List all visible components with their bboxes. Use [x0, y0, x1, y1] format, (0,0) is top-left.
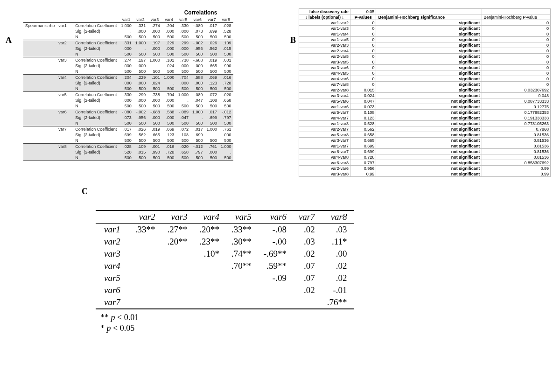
table-row: var2-var60.956not significant0.99 — [299, 166, 551, 171]
table-row: Sig. (2-tailed).528.015.990.728.658.797.… — [23, 149, 233, 155]
table-row: var3-var70.665not significant0.81536 — [299, 138, 551, 143]
table-row: N500500500500500500500500 — [23, 103, 233, 109]
apa-col: var2 — [131, 210, 163, 224]
col-header: var2 — [133, 17, 148, 23]
labels-header: ↓ labels (optional) ↓ — [299, 14, 350, 20]
table-row: var2-var40significant0 — [299, 48, 551, 54]
apa-col: var4 — [195, 210, 227, 224]
table-row: var1-var20significant0 — [299, 20, 551, 26]
panel-b-label: B — [290, 35, 296, 45]
table-row: var3Correlation Coefficient.274.1971.000… — [23, 57, 233, 63]
table-row: var4-var70.123not significant0.191333333 — [299, 115, 551, 121]
table-row: var4.70**.59**.07.02 — [96, 260, 354, 272]
table-row: var1.33**.27**.20**.33**-.08.02.03 — [96, 224, 354, 236]
table-row: Sig. (2-tailed).000..000.000.000.956.562… — [23, 46, 233, 51]
table-row: var1-var40significant0 — [299, 31, 551, 37]
table-row: var2-var50significant0 — [299, 54, 551, 59]
table-row: N500500500500500500500500 — [23, 155, 233, 161]
panel-b: B false discovery rate 0.05 ↓ labels (op… — [299, 8, 555, 177]
table-row: Sig. (2-tailed).000.000.024..000.000.123… — [23, 80, 233, 86]
table-row: var2-var80.015significant0.032307692 — [299, 87, 551, 93]
table-row: N500500500500500500500500 — [23, 34, 233, 40]
col-header: var1 — [119, 17, 133, 23]
bh-table: false discovery rate 0.05 ↓ labels (opti… — [299, 8, 551, 177]
table-row: var3.10*.74**-.69**.02.00 — [96, 248, 354, 260]
table-row: var3-var40.024significant0.048 — [299, 93, 551, 98]
table-row: var4Correlation Coefficient.204.229.1011… — [23, 75, 233, 81]
col-header: var5 — [176, 17, 190, 23]
table-row: Sig. (2-tailed)..000.000.000.000.073.699… — [23, 28, 233, 34]
apa-footnotes: ** p < 0.01 * p < 0.05 — [100, 312, 418, 334]
table-row: var2Correlation Coefficient.3311.000.197… — [23, 40, 233, 46]
sig-header: Benjamini-Hochberg significance — [376, 14, 482, 20]
footnote-dd: ** p < 0.01 — [100, 312, 418, 323]
table-row: var6-var70.699not significant0.81536 — [299, 149, 551, 154]
col-header: var3 — [147, 17, 162, 23]
table-row: var3-var50significant0 — [299, 59, 551, 65]
table-row: N500500500500500500500500 — [23, 86, 233, 92]
panel-c: C var2 var3 var4 var5 var6 var7 var8 var… — [82, 187, 418, 334]
table-row: var5-.09.07.02 — [96, 272, 354, 284]
table-row: N500500500500500500500500 — [23, 69, 233, 75]
table-row: var1-var60.073not significant0.12775 — [299, 104, 551, 110]
table-row: var5-var60.047not significant0.087733333 — [299, 98, 551, 104]
fdr-value: 0.05 — [350, 9, 376, 14]
apa-col: var6 — [259, 210, 294, 224]
apa-col: var3 — [163, 210, 195, 224]
apa-col: var8 — [322, 210, 355, 224]
table-row: Sig. (2-tailed).073.956.000.000.047..699… — [23, 115, 233, 120]
apa-col: var5 — [227, 210, 259, 224]
table-row: var5-var70.108not significant0.177882353 — [299, 110, 551, 115]
table-row: var1-var50significant0 — [299, 37, 551, 42]
table-row: var1-var30significant0 — [299, 26, 551, 31]
apa-col: var7 — [294, 210, 322, 224]
table-row: var4-var50significant0 — [299, 70, 551, 76]
col-header: var8 — [219, 17, 233, 23]
col-header: var6 — [190, 17, 205, 23]
table-row: var6.02-.01 — [96, 284, 354, 296]
table-row: var6-var80.797not significant0.858307692 — [299, 160, 551, 166]
table-row: var4-var60significant0 — [299, 76, 551, 82]
table-row: Spearman's rhovar1Correlation Coefficien… — [23, 23, 233, 29]
table-row: var3-var60significant0 — [299, 65, 551, 70]
panel-a: A Correlations var1 var2 var3 var4 var5 … — [5, 9, 289, 161]
table-row: var2.20**.23**.30**-.00.03.11* — [96, 236, 354, 248]
table-row: var5Correlation Coefficient.330.299.738.… — [23, 92, 233, 98]
table-row: var3-var80.99not significant0.99 — [299, 171, 551, 177]
table-row: var8Correlation Coefficient.028.109.001.… — [23, 144, 233, 150]
table-row: var4-var80.728not significant0.81536 — [299, 154, 551, 160]
table-row: N500500500500500500500500 — [23, 120, 233, 126]
panel-c-label: C — [82, 187, 88, 196]
table-row: var7Correlation Coefficient.017.026.019.… — [23, 126, 233, 133]
table-row: var2-var70.562not significant0.7868 — [299, 126, 551, 132]
bhp-header: Benjamini-Hochberg P-value — [482, 14, 551, 20]
apa-table: var2 var3 var4 var5 var6 var7 var8 var1.… — [96, 210, 354, 309]
table-row: var6Correlation Coefficient-.080-.002-.6… — [23, 109, 233, 115]
correlations-table: var1 var2 var3 var4 var5 var6 var7 var8 … — [23, 17, 233, 161]
correlations-title: Correlations — [112, 9, 289, 16]
footnote-sd: * p < 0.05 — [100, 323, 418, 334]
col-header: var4 — [162, 17, 176, 23]
table-row: N500500500500500500500500 — [23, 51, 233, 57]
table-row: Sig. (2-tailed).000.000..024.000.000.665… — [23, 63, 233, 69]
table-row: var2-var30significant0 — [299, 42, 551, 48]
col-header: var7 — [204, 17, 219, 23]
table-row: var1-var80.528not significant0.778105263 — [299, 121, 551, 126]
table-row: var7.76** — [96, 296, 354, 309]
table-row: var7-var80significant0 — [299, 82, 551, 87]
table-row: Sig. (2-tailed).699.562.665.123.108.699.… — [23, 132, 233, 138]
table-row: var5-var80.658not significant0.81536 — [299, 132, 551, 138]
table-row: Sig. (2-tailed).000.000.000.000..047.108… — [23, 98, 233, 103]
table-row: var1-var70.699not significant0.81536 — [299, 143, 551, 149]
pvalues-header: P-values — [350, 14, 376, 20]
fdr-label: false discovery rate — [299, 9, 350, 14]
panel-a-label: A — [6, 35, 12, 45]
table-row: N500500500500500500500500 — [23, 138, 233, 144]
